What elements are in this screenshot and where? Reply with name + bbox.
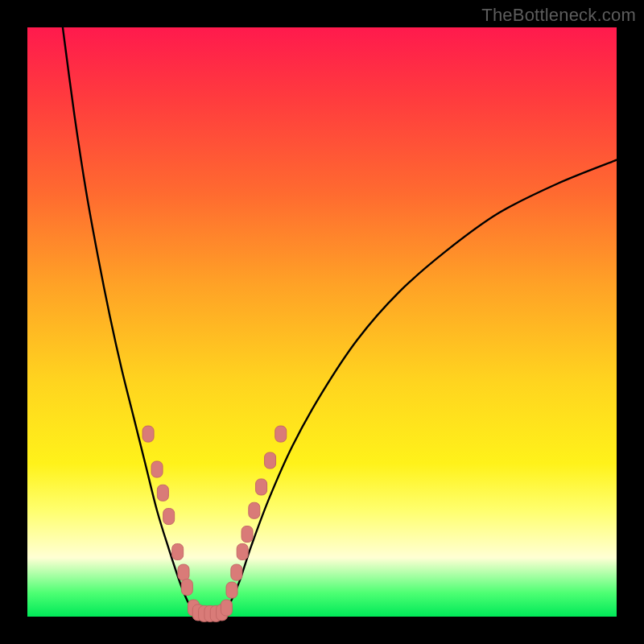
- marker-point: [157, 485, 168, 501]
- marker-point: [181, 579, 192, 595]
- marker-point: [265, 452, 276, 469]
- chart-frame: TheBottleneck.com: [0, 0, 644, 644]
- marker-layer: [142, 426, 287, 621]
- marker-point: [151, 461, 163, 477]
- curve-left-branch: [63, 27, 198, 617]
- watermark-text: TheBottleneck.com: [481, 5, 636, 26]
- marker-point: [163, 509, 175, 525]
- marker-point: [242, 526, 253, 543]
- marker-point: [178, 564, 189, 580]
- marker-point: [231, 564, 242, 580]
- curve-layer: [63, 27, 617, 617]
- marker-point: [142, 426, 154, 442]
- marker-point: [249, 502, 260, 518]
- marker-point: [226, 582, 237, 598]
- chart-svg: [27, 27, 617, 617]
- marker-point: [256, 479, 267, 495]
- marker-point: [221, 600, 232, 616]
- chart-plot-area: [27, 27, 617, 617]
- marker-point: [275, 426, 287, 442]
- marker-point: [237, 543, 248, 559]
- curve-right-branch: [222, 160, 617, 617]
- marker-point: [172, 543, 184, 559]
